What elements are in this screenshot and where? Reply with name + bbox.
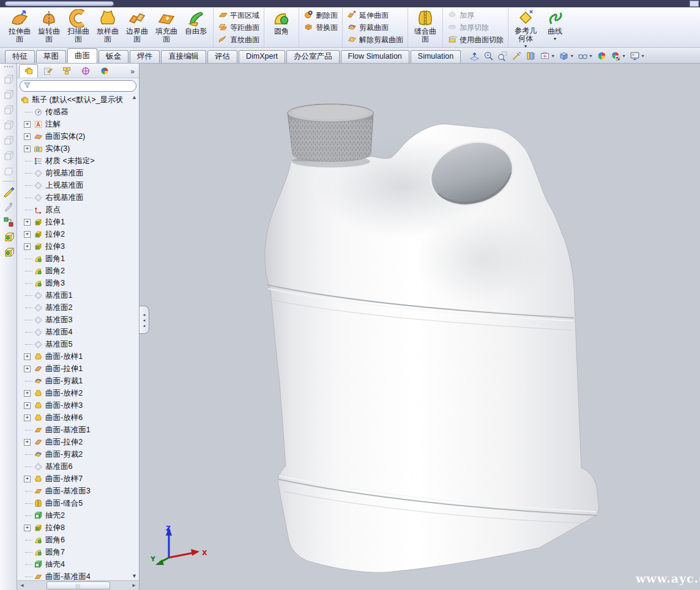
- leftbar-button-0[interactable]: [2, 73, 15, 86]
- tree-item-曲面-放样2[interactable]: +曲面-放样2: [17, 387, 139, 399]
- tab-钣金[interactable]: 钣金: [99, 50, 128, 63]
- expand-toggle[interactable]: +: [24, 353, 31, 360]
- ribbon-button-loft-surface[interactable]: 放样曲面: [93, 8, 122, 47]
- tree-item-圆角1[interactable]: 圆角1: [17, 253, 139, 265]
- tree-item-曲面-剪裁1[interactable]: 曲面-剪裁1: [17, 375, 139, 387]
- leftbar-button-4[interactable]: [2, 134, 15, 147]
- ribbon-button-ruled-surface[interactable]: 直纹曲面: [216, 34, 261, 46]
- leftbar-button-2[interactable]: [2, 103, 15, 117]
- tree-scroll-down-arrow[interactable]: ▼: [132, 573, 137, 579]
- leftbar-button-6[interactable]: [2, 164, 15, 178]
- tree-horizontal-scrollbar[interactable]: ◄ ||| ►: [17, 580, 139, 590]
- tab-评估[interactable]: 评估: [207, 50, 237, 63]
- tree-item-曲面-基准面3[interactable]: 曲面-基准面3: [17, 485, 139, 497]
- hscroll-right-arrow[interactable]: ►: [130, 583, 138, 588]
- tree-item-传感器[interactable]: 传感器: [17, 106, 139, 118]
- leftbar-button-11[interactable]: [2, 230, 15, 244]
- dropdown-arrow-icon[interactable]: ▼: [622, 54, 626, 58]
- zoom-to-fit-button[interactable]: [469, 51, 480, 61]
- leftbar-button-5[interactable]: [2, 149, 15, 163]
- tree-item-基准面1[interactable]: 基准面1: [17, 289, 139, 301]
- tab-DimXpert[interactable]: DimXpert: [239, 50, 285, 63]
- dropdown-arrow-icon[interactable]: ▼: [570, 54, 574, 58]
- tree-item-抽壳2[interactable]: 抽壳2: [17, 509, 139, 522]
- expand-toggle[interactable]: +: [24, 439, 31, 446]
- filter-input[interactable]: [34, 82, 133, 90]
- leftbar-button-3[interactable]: [2, 119, 15, 132]
- previous-view-button[interactable]: [512, 51, 522, 61]
- tree-item-前视基准面[interactable]: 前视基准面: [17, 167, 139, 179]
- ribbon-button-thicken[interactable]: 加厚: [445, 9, 505, 21]
- hscroll-thumb[interactable]: |||: [47, 581, 110, 589]
- fm-tab-featuremanager-tree[interactable]: [19, 64, 38, 78]
- tree-item-基准面6[interactable]: 基准面6: [17, 460, 139, 473]
- expand-toggle[interactable]: +: [24, 231, 31, 238]
- expand-toggle[interactable]: +: [24, 525, 31, 531]
- top-scroll-thumb[interactable]: [5, 1, 114, 6]
- fm-tabs-overflow[interactable]: »: [130, 67, 137, 78]
- tab-曲面[interactable]: 曲面: [67, 48, 97, 63]
- leftbar-button-1[interactable]: [2, 88, 15, 101]
- tree-item-曲面-缝合5[interactable]: 曲面-缝合5: [17, 497, 139, 509]
- ribbon-button-fill-surface[interactable]: 填充曲面: [152, 8, 181, 47]
- fm-tab-display-manager[interactable]: [95, 64, 114, 78]
- tab-办公室产品[interactable]: 办公室产品: [286, 50, 340, 63]
- dropdown-arrow-icon[interactable]: ▼: [553, 37, 557, 41]
- ribbon-button-reference-geometry[interactable]: 参考几何体▼: [511, 8, 540, 47]
- zoom-to-area-button[interactable]: [497, 51, 508, 61]
- expand-toggle[interactable]: +: [24, 146, 31, 152]
- dropdown-arrow-icon[interactable]: ▼: [551, 54, 555, 58]
- zoom-in-out-button[interactable]: [483, 51, 494, 61]
- ribbon-button-extrude-surface[interactable]: 拉伸曲面: [5, 8, 34, 47]
- ribbon-button-curves[interactable]: 曲线▼: [540, 8, 570, 47]
- ribbon-button-untrim-surface[interactable]: 解除剪裁曲面: [345, 34, 405, 46]
- tab-Simulation[interactable]: Simulation: [411, 50, 461, 63]
- tree-item-右视基准面[interactable]: 右视基准面: [17, 191, 139, 204]
- tree-item-上视基准面[interactable]: 上视基准面: [17, 179, 139, 191]
- tree-item-曲面-拉伸1[interactable]: +曲面-拉伸1: [17, 363, 139, 375]
- ribbon-button-extend-surface[interactable]: 延伸曲面: [345, 9, 405, 21]
- fm-tab-property-manager[interactable]: [38, 64, 57, 78]
- viewport-canvas[interactable]: Z X Y www.ayc.cn: [140, 64, 700, 590]
- hide-show-items-button[interactable]: ▼: [578, 51, 593, 61]
- dropdown-arrow-icon[interactable]: ▼: [641, 54, 645, 58]
- dropdown-arrow-icon[interactable]: ▼: [589, 54, 593, 58]
- ribbon-button-revolve-surface[interactable]: 旋转曲面: [34, 8, 64, 47]
- tab-焊件[interactable]: 焊件: [130, 50, 160, 63]
- tree-item-拉伸8[interactable]: +拉伸8: [17, 522, 139, 534]
- tree-item-曲面-剪裁2[interactable]: 曲面-剪裁2: [17, 448, 139, 460]
- view-orientation-button[interactable]: ▼: [540, 51, 555, 61]
- tab-草图[interactable]: 草图: [36, 50, 66, 63]
- tree-item-曲面-放样7[interactable]: +曲面-放样7: [17, 473, 139, 485]
- leftbar-button-9[interactable]: [2, 200, 15, 213]
- tree-item-原点[interactable]: 原点: [17, 204, 139, 216]
- ribbon-button-boundary-surface[interactable]: 边界曲面: [122, 8, 152, 47]
- tree-item-圆角2[interactable]: 圆角2: [17, 265, 139, 277]
- tree-item-基准面2[interactable]: 基准面2: [17, 301, 139, 314]
- section-view-button[interactable]: [526, 51, 536, 61]
- tree-item-注解[interactable]: +注解: [17, 118, 139, 130]
- tree-item-材质 <未指定>[interactable]: 材质 <未指定>: [17, 155, 139, 167]
- ribbon-button-trim-surface[interactable]: 剪裁曲面: [345, 21, 405, 34]
- feature-tree-filter[interactable]: [20, 80, 136, 92]
- tree-item-圆角7[interactable]: 圆角7: [17, 546, 139, 558]
- expand-toggle[interactable]: +: [24, 243, 31, 250]
- expand-toggle[interactable]: +: [24, 402, 31, 409]
- expand-toggle[interactable]: +: [24, 121, 31, 128]
- tab-直接编辑[interactable]: 直接编辑: [161, 50, 206, 63]
- ribbon-button-offset-surface[interactable]: 等距曲面: [216, 21, 261, 34]
- fm-tab-configuration-manager[interactable]: [57, 64, 76, 78]
- expand-toggle[interactable]: +: [24, 366, 31, 372]
- tree-item-基准面3[interactable]: 基准面3: [17, 314, 139, 326]
- ribbon-button-planar-surface[interactable]: 平面区域: [216, 9, 261, 21]
- tree-item-实体(3)[interactable]: +实体(3): [17, 142, 139, 155]
- tree-item-抽壳4[interactable]: 抽壳4: [17, 558, 139, 570]
- expand-toggle[interactable]: +: [24, 133, 31, 140]
- tab-Flow Simulation[interactable]: Flow Simulation: [341, 50, 409, 63]
- view-settings-button[interactable]: ▼: [630, 51, 645, 61]
- expand-toggle[interactable]: +: [24, 219, 31, 226]
- tree-item-拉伸3[interactable]: +拉伸3: [17, 240, 139, 253]
- tree-item-拉伸2[interactable]: +拉伸2: [17, 228, 139, 240]
- tree-item-曲面-放样3[interactable]: +曲面-放样3: [17, 399, 139, 411]
- tree-item-曲面-放样6[interactable]: +曲面-放样6: [17, 411, 139, 424]
